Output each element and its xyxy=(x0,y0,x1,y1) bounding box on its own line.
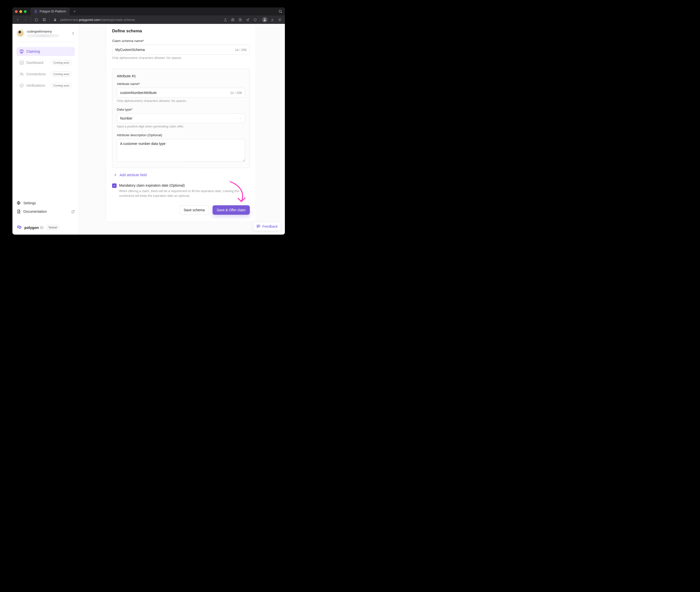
form-actions: Save schema Save & Offer claim xyxy=(112,205,250,215)
attribute-heading: Attribute #1 xyxy=(117,74,245,78)
svg-point-11 xyxy=(20,73,21,74)
schema-name-label: Claim schema name* xyxy=(112,39,250,43)
close-window-icon[interactable] xyxy=(15,10,18,13)
browser-chrome: Polygon ID Platform platform-test. polyg… xyxy=(12,7,285,24)
mandatory-expiration-desc: When offering a claim, there will be a r… xyxy=(119,189,250,198)
lock-icon[interactable] xyxy=(52,17,58,22)
save-schema-button[interactable]: Save schema xyxy=(180,205,209,215)
polygon-favicon-icon xyxy=(34,10,38,13)
url-text[interactable]: platform-test. polygonid.com /claiming/c… xyxy=(60,18,135,21)
attribute-name-input[interactable] xyxy=(120,91,205,95)
schema-name-input-wrapper: 14 / 256 xyxy=(112,45,250,55)
page-title: Define schema xyxy=(112,29,250,34)
coming-soon-badge: Coming soon xyxy=(51,60,72,65)
chevron-down-icon xyxy=(239,117,242,120)
svg-rect-5 xyxy=(231,19,234,21)
heart-icon[interactable] xyxy=(252,17,258,22)
maximize-window-icon[interactable] xyxy=(24,10,27,13)
attribute-name-input-wrapper: 21 / 256 xyxy=(117,88,245,98)
shield-icon[interactable] xyxy=(237,17,243,22)
reload-button[interactable] xyxy=(34,17,39,22)
nav-settings[interactable]: Settings xyxy=(16,201,75,205)
add-attribute-button[interactable]: Add attribute field xyxy=(113,173,250,177)
nav-forward-button[interactable] xyxy=(23,17,28,22)
address-bar: platform-test. polygonid.com /claiming/c… xyxy=(12,15,285,24)
share-icon[interactable] xyxy=(223,17,228,22)
brand: polygon ID Testnet xyxy=(16,225,75,230)
nav-label: Dashboard xyxy=(26,61,44,65)
divider xyxy=(31,17,31,22)
svg-point-13 xyxy=(20,84,24,87)
browser-window: Polygon ID Platform platform-test. polyg… xyxy=(12,7,285,235)
document-icon xyxy=(16,209,21,214)
users-icon xyxy=(19,72,24,76)
account-avatar xyxy=(16,29,25,37)
nav-label: Connections xyxy=(26,72,46,76)
window-controls[interactable] xyxy=(15,10,27,13)
browser-tab[interactable]: Polygon ID Platform xyxy=(31,7,69,15)
chart-icon xyxy=(19,60,24,65)
nav-documentation[interactable]: Documentation xyxy=(16,209,75,214)
svg-point-14 xyxy=(18,203,19,204)
nav-dashboard[interactable]: Dashboard Coming soon xyxy=(16,58,75,67)
menu-icon[interactable] xyxy=(277,17,282,22)
svg-rect-4 xyxy=(45,20,45,21)
nav-list: Claiming Dashboard Coming soon Connectio… xyxy=(16,47,75,90)
description-textarea[interactable] xyxy=(117,139,245,162)
send-icon[interactable] xyxy=(245,17,250,22)
attribute-box: Attribute #1 Attribute name* 21 / 256 On… xyxy=(112,68,250,168)
nav-claiming[interactable]: Claiming xyxy=(16,47,75,56)
account-switcher[interactable]: codingwithmanny xyxy=(16,29,75,42)
svg-point-0 xyxy=(279,10,281,12)
mandatory-expiration-checkbox[interactable] xyxy=(112,184,116,188)
external-link-icon xyxy=(71,210,75,213)
description-label: Attribute description (Optional) xyxy=(117,133,245,137)
feedback-button[interactable]: Feedback xyxy=(253,222,281,231)
schema-name-input[interactable] xyxy=(115,48,207,52)
chevron-updown-icon xyxy=(71,31,75,35)
nav-verifications[interactable]: Verifications Coming soon xyxy=(16,81,75,90)
download-icon[interactable] xyxy=(270,17,275,22)
tab-search-icon[interactable] xyxy=(276,7,285,15)
profile-avatar-icon[interactable] xyxy=(262,17,268,22)
nav-label: Claiming xyxy=(26,49,40,53)
schema-form-card: Define schema Claim schema name* 14 / 25… xyxy=(106,24,256,222)
testnet-badge: Testnet xyxy=(46,225,59,230)
feedback-label: Feedback xyxy=(263,225,278,229)
plus-icon xyxy=(113,173,117,177)
attribute-name-counter: 21 / 256 xyxy=(230,91,242,95)
camera-icon[interactable] xyxy=(230,17,235,22)
nav-connections[interactable]: Connections Coming soon xyxy=(16,69,75,79)
save-offer-claim-button[interactable]: Save & Offer claim xyxy=(213,205,250,215)
attribute-name-hint: Only alphanumeric characters allowed. No… xyxy=(117,99,245,103)
app-root: codingwithmanny Claiming Dashboard Comin… xyxy=(12,24,285,235)
settings-label: Settings xyxy=(24,201,36,205)
brand-name: polygon ID xyxy=(25,226,44,230)
account-name: codingwithmanny xyxy=(27,30,59,33)
new-tab-button[interactable] xyxy=(71,8,78,15)
data-type-label: Data type* xyxy=(117,108,245,111)
data-type-value: Number xyxy=(120,116,133,120)
sidebar: codingwithmanny Claiming Dashboard Comin… xyxy=(12,24,79,235)
divider xyxy=(49,17,50,22)
schema-name-counter: 14 / 256 xyxy=(235,48,246,52)
coming-soon-badge: Coming soon xyxy=(51,71,72,77)
svg-point-15 xyxy=(258,226,258,226)
gear-icon xyxy=(16,201,21,205)
svg-rect-2 xyxy=(45,18,45,19)
chat-icon xyxy=(256,224,261,229)
attribute-name-label: Attribute name* xyxy=(117,82,245,86)
tab-title: Polygon ID Platform xyxy=(40,10,66,13)
svg-rect-3 xyxy=(43,20,44,21)
schema-name-hint: Only alphanumeric characters allowed. No… xyxy=(112,56,250,60)
minimize-window-icon[interactable] xyxy=(19,10,22,13)
data-type-select[interactable]: Number xyxy=(117,113,245,123)
nav-back-button[interactable] xyxy=(15,17,20,22)
add-attribute-label: Add attribute field xyxy=(120,173,147,177)
apps-grid-icon[interactable] xyxy=(42,17,47,22)
check-circle-icon xyxy=(19,83,24,88)
svg-point-6 xyxy=(232,19,233,20)
documentation-label: Documentation xyxy=(24,209,47,213)
coming-soon-badge: Coming soon xyxy=(51,83,72,88)
account-id-redacted xyxy=(27,34,59,37)
